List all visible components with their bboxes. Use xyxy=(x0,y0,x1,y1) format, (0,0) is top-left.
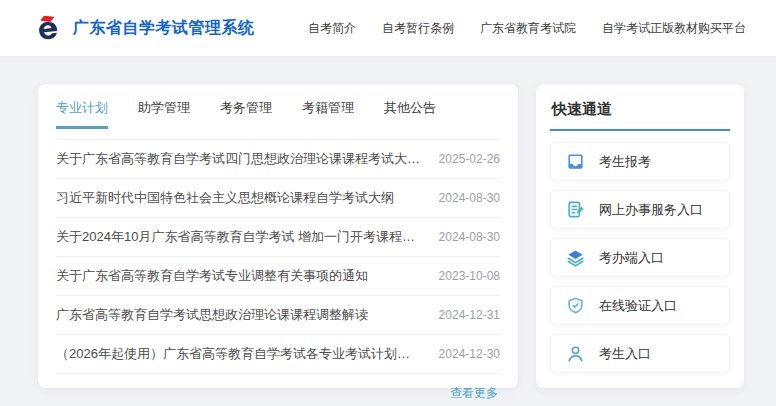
news-date: 2024-12-31 xyxy=(439,308,500,322)
quick-link-label: 考办端入口 xyxy=(599,249,664,267)
news-date: 2023-10-08 xyxy=(439,269,500,283)
news-tab[interactable]: 助学管理 xyxy=(138,99,190,129)
quick-link-label: 在线验证入口 xyxy=(599,297,677,315)
quick-links-panel: 快速通道 考生报考 网上办事服务入口 考办端入口 在线验证入口 考生入口 xyxy=(536,84,744,388)
news-row[interactable]: 关于广东省高等教育自学考试四门思想政治理论课课程考试大纲的通告 2025-02-… xyxy=(56,140,500,179)
news-date: 2025-02-26 xyxy=(439,152,500,166)
news-tab[interactable]: 考籍管理 xyxy=(302,99,354,129)
page-content: 专业计划助学管理考务管理考籍管理其他公告 关于广东省高等教育自学考试四门思想政治… xyxy=(0,56,776,388)
news-tab[interactable]: 其他公告 xyxy=(384,99,436,129)
news-date: 2024-08-30 xyxy=(439,191,500,205)
news-tabs: 专业计划助学管理考务管理考籍管理其他公告 xyxy=(56,84,500,129)
site-logo-icon xyxy=(33,13,63,43)
news-title: 习近平新时代中国特色社会主义思想概论课程自学考试大纲 xyxy=(56,189,394,207)
news-panel: 专业计划助学管理考务管理考籍管理其他公告 关于广东省高等教育自学考试四门思想政治… xyxy=(38,84,518,388)
quick-links-list: 考生报考 网上办事服务入口 考办端入口 在线验证入口 考生入口 xyxy=(550,142,730,373)
news-tab[interactable]: 考务管理 xyxy=(220,99,272,129)
news-row[interactable]: （2026年起使用）广东省高等教育自学考试各专业考试计划简表 2024-12-3… xyxy=(56,335,500,374)
topnav-link[interactable]: 自考简介 xyxy=(308,20,356,37)
news-list: 关于广东省高等教育自学考试四门思想政治理论课课程考试大纲的通告 2025-02-… xyxy=(56,139,500,374)
layers-icon xyxy=(566,248,585,267)
quick-link[interactable]: 网上办事服务入口 xyxy=(550,190,730,229)
quick-link[interactable]: 考生入口 xyxy=(550,334,730,373)
quick-link-label: 考生入口 xyxy=(599,345,651,363)
news-row[interactable]: 广东省高等教育自学考试思想政治理论课课程调整解读 2024-12-31 xyxy=(56,296,500,335)
topnav-link[interactable]: 自学考试正版教材购买平台 xyxy=(602,20,746,37)
news-title: 关于广东省高等教育自学考试四门思想政治理论课课程考试大纲的通告 xyxy=(56,150,421,168)
news-date: 2024-08-30 xyxy=(439,230,500,244)
news-tab[interactable]: 专业计划 xyxy=(56,99,108,129)
news-title: 关于广东省高等教育自学考试专业调整有关事项的通知 xyxy=(56,267,368,285)
shield-check-icon xyxy=(566,296,585,315)
clipboard-pen-icon xyxy=(566,200,585,219)
news-title: （2026年起使用）广东省高等教育自学考试各专业考试计划简表 xyxy=(56,345,421,363)
quick-link[interactable]: 在线验证入口 xyxy=(550,286,730,325)
inbox-icon xyxy=(566,152,585,171)
quick-links-heading: 快速通道 xyxy=(550,96,730,131)
topnav-link[interactable]: 自考暂行条例 xyxy=(382,20,454,37)
site-home-link[interactable]: 广东省自学考试管理系统 xyxy=(33,13,255,43)
news-row[interactable]: 关于广东省高等教育自学考试专业调整有关事项的通知 2023-10-08 xyxy=(56,257,500,296)
news-title: 广东省高等教育自学考试思想政治理论课课程调整解读 xyxy=(56,306,368,324)
person-icon xyxy=(566,344,585,363)
news-row[interactable]: 习近平新时代中国特色社会主义思想概论课程自学考试大纲 2024-08-30 xyxy=(56,179,500,218)
site-title: 广东省自学考试管理系统 xyxy=(73,18,255,39)
quick-link[interactable]: 考生报考 xyxy=(550,142,730,181)
site-header: 广东省自学考试管理系统 自考简介自考暂行条例广东省教育考试院自学考试正版教材购买… xyxy=(0,0,776,56)
news-row[interactable]: 关于2024年10月广东省高等教育自学考试 增加一门开考课程的通告 2024-0… xyxy=(56,218,500,257)
top-navigation: 自考简介自考暂行条例广东省教育考试院自学考试正版教材购买平台 xyxy=(308,20,746,37)
quick-link-label: 网上办事服务入口 xyxy=(599,201,703,219)
quick-link[interactable]: 考办端入口 xyxy=(550,238,730,277)
news-title: 关于2024年10月广东省高等教育自学考试 增加一门开考课程的通告 xyxy=(56,228,421,246)
quick-link-label: 考生报考 xyxy=(599,153,651,171)
news-date: 2024-12-30 xyxy=(439,347,500,361)
topnav-link[interactable]: 广东省教育考试院 xyxy=(480,20,576,37)
view-more-link[interactable]: 查看更多 xyxy=(56,374,500,402)
